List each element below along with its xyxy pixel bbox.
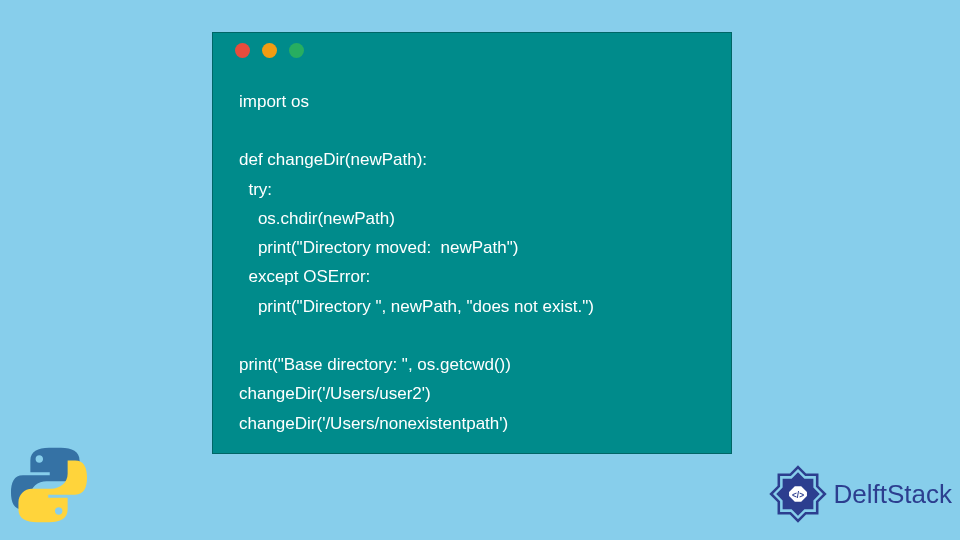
- svg-text:</>: </>: [791, 490, 803, 500]
- delft-stack-label: DelftStack: [834, 479, 953, 510]
- delft-stack-branding: </> DelftStack: [766, 462, 953, 526]
- code-line: changeDir('/Users/nonexistentpath'): [239, 414, 508, 433]
- code-block: import os def changeDir(newPath): try: o…: [213, 67, 731, 448]
- code-line: import os: [239, 92, 309, 111]
- code-window: import os def changeDir(newPath): try: o…: [212, 32, 732, 454]
- code-line: except OSError:: [239, 267, 370, 286]
- code-line: print("Directory ", newPath, "does not e…: [239, 297, 594, 316]
- code-line: def changeDir(newPath):: [239, 150, 427, 169]
- close-icon: [235, 43, 250, 58]
- code-line: os.chdir(newPath): [239, 209, 395, 228]
- maximize-icon: [289, 43, 304, 58]
- code-line: print("Base directory: ", os.getcwd()): [239, 355, 511, 374]
- code-line: try:: [239, 180, 272, 199]
- python-logo-icon: [8, 444, 90, 526]
- code-line: changeDir('/Users/user2'): [239, 384, 431, 403]
- delft-stack-icon: </>: [766, 462, 830, 526]
- code-line: print("Directory moved: newPath"): [239, 238, 518, 257]
- window-title-bar: [213, 33, 731, 67]
- minimize-icon: [262, 43, 277, 58]
